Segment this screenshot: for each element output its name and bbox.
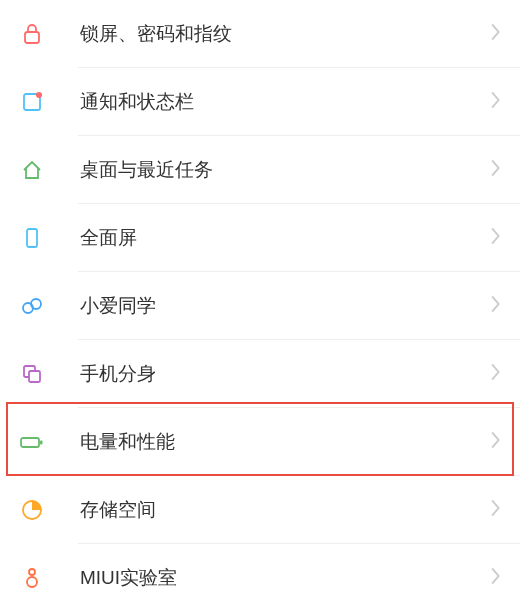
chevron-right-icon	[490, 567, 502, 589]
svg-point-5	[31, 299, 41, 309]
chevron-right-icon	[490, 23, 502, 45]
chevron-right-icon	[490, 295, 502, 317]
settings-item-fullscreen[interactable]: 全面屏	[0, 204, 520, 272]
storage-icon	[18, 496, 46, 524]
settings-item-label: 小爱同学	[80, 293, 490, 319]
settings-item-lab[interactable]: MIUI实验室	[0, 544, 520, 612]
clone-icon	[18, 360, 46, 388]
settings-item-storage[interactable]: 存储空间	[0, 476, 520, 544]
settings-item-label: 手机分身	[80, 361, 490, 387]
svg-rect-3	[27, 229, 37, 247]
svg-rect-7	[29, 371, 40, 382]
settings-item-label: 全面屏	[80, 225, 490, 251]
svg-rect-9	[40, 441, 43, 445]
battery-icon	[18, 428, 46, 456]
fullscreen-icon	[18, 224, 46, 252]
svg-rect-0	[25, 32, 39, 43]
settings-list: 锁屏、密码和指纹 通知和状态栏 桌面与最近任务 全面屏	[0, 0, 520, 612]
settings-item-battery[interactable]: 电量和性能	[0, 408, 520, 476]
chevron-right-icon	[490, 363, 502, 385]
settings-item-home[interactable]: 桌面与最近任务	[0, 136, 520, 204]
xiaoai-icon	[18, 292, 46, 320]
chevron-right-icon	[490, 159, 502, 181]
home-icon	[18, 156, 46, 184]
settings-item-xiaoai[interactable]: 小爱同学	[0, 272, 520, 340]
settings-item-lockscreen[interactable]: 锁屏、密码和指纹	[0, 0, 520, 68]
settings-item-label: 桌面与最近任务	[80, 157, 490, 183]
chevron-right-icon	[490, 227, 502, 249]
svg-rect-8	[21, 438, 39, 447]
settings-item-label: MIUI实验室	[80, 565, 490, 591]
svg-point-11	[29, 569, 35, 575]
svg-point-12	[27, 577, 37, 587]
settings-item-label: 通知和状态栏	[80, 89, 490, 115]
settings-item-label: 存储空间	[80, 497, 490, 523]
settings-item-label: 电量和性能	[80, 429, 490, 455]
chevron-right-icon	[490, 431, 502, 453]
chevron-right-icon	[490, 499, 502, 521]
svg-point-2	[36, 92, 42, 98]
chevron-right-icon	[490, 91, 502, 113]
settings-item-notification[interactable]: 通知和状态栏	[0, 68, 520, 136]
notification-icon	[18, 88, 46, 116]
lock-icon	[18, 20, 46, 48]
settings-item-clone[interactable]: 手机分身	[0, 340, 520, 408]
lab-icon	[18, 564, 46, 592]
settings-item-label: 锁屏、密码和指纹	[80, 21, 490, 47]
